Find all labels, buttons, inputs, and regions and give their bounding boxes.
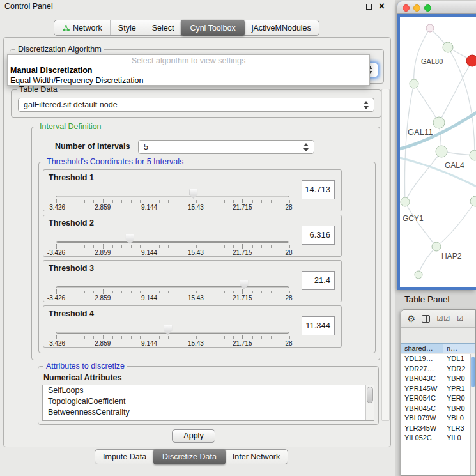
minimize-traffic-light-icon[interactable] <box>413 4 420 12</box>
close-traffic-light-icon[interactable] <box>403 4 410 12</box>
scale-label: 21.715 <box>233 249 252 256</box>
scale-label: -3.426 <box>47 249 65 256</box>
combo-value: galFiltered.sif default node <box>24 100 118 109</box>
network-node[interactable] <box>470 150 476 160</box>
node-label-gcy1: GCY1 <box>403 214 424 223</box>
num-intervals-spinner[interactable]: 5 <box>138 140 314 154</box>
table-row[interactable]: YLR345WYLR3 <box>401 424 475 434</box>
threshold-slider-2[interactable]: -3.426 2.859 9.144 15.43 21.715 28 <box>56 229 294 256</box>
cell-shared-name[interactable]: YBL079W <box>401 413 443 424</box>
node-label-gal80: GAL80 <box>421 58 443 65</box>
tab-infer-network[interactable]: Infer Network <box>225 450 288 464</box>
attributes-list[interactable]: SelfLoops TopologicalCoefficient Between… <box>42 385 374 421</box>
table-row[interactable]: YIL052CYIL0 <box>401 433 475 443</box>
network-node[interactable] <box>436 146 447 157</box>
select-checkboxes-icon[interactable]: ☑☑ <box>436 314 450 323</box>
combo-arrows-icon <box>364 101 369 109</box>
slider-scale: -3.426 2.859 9.144 15.43 21.715 28 <box>56 249 289 256</box>
table-panel-title: Table Panel <box>404 295 450 304</box>
threshold-slider-1[interactable]: -3.426 2.859 9.144 15.43 21.715 28 <box>56 184 294 211</box>
table-row[interactable]: YBR043CYBR0 <box>401 374 475 384</box>
float-window-icon[interactable] <box>366 4 372 10</box>
more-checkboxes-icon[interactable]: ☑ <box>457 314 464 323</box>
tab-label: Discretize Data <box>162 452 217 461</box>
interval-definition-group: Interval Definition Number of Intervals … <box>31 127 380 360</box>
cell-shared-name[interactable]: YIL052C <box>401 433 443 443</box>
threshold-slider-3[interactable]: -3.426 2.859 9.144 15.43 21.715 28 <box>56 275 294 302</box>
table-row[interactable]: YER054CYER0 <box>401 394 475 404</box>
cell-shared-name[interactable]: YLR345W <box>401 424 443 434</box>
network-node[interactable] <box>443 42 453 52</box>
tab-cyni-toolbox[interactable]: Cyni Toolbox <box>181 20 244 36</box>
table-row[interactable]: YDR27…YDR2 <box>401 364 475 374</box>
tab-style[interactable]: Style <box>110 20 144 35</box>
group-title: Threshold's Coordinates for 5 Intervals <box>44 157 186 166</box>
list-item[interactable]: TopologicalCoefficient <box>43 396 374 407</box>
column-header-shared-name[interactable]: shared… <box>401 344 443 353</box>
scale-label: -3.426 <box>47 204 65 211</box>
list-item[interactable]: BetweennessCentrality <box>43 407 374 418</box>
scale-label: -3.426 <box>47 295 65 302</box>
network-node[interactable] <box>433 117 445 128</box>
table-row[interactable]: YBL079WYBL0 <box>401 413 475 424</box>
network-window-titlebar[interactable] <box>397 1 476 14</box>
cell-shared-name[interactable]: YBR043C <box>401 374 443 384</box>
scale-label: 21.715 <box>233 204 252 211</box>
bottom-tabstrip: Impute Data Discretize Data Infer Networ… <box>95 449 288 464</box>
threshold-value-field[interactable]: 6.316 <box>302 226 335 245</box>
cell-shared-name[interactable]: YDL19… <box>401 354 443 364</box>
threshold-value-field[interactable]: 11.344 <box>302 316 335 335</box>
threshold-value-field[interactable]: 21.4 <box>302 271 335 290</box>
slider-track[interactable] <box>56 332 289 334</box>
network-node[interactable] <box>415 271 422 279</box>
table-data-combobox[interactable]: galFiltered.sif default node <box>18 98 374 112</box>
cell-shared-name[interactable]: YDR27… <box>401 364 443 374</box>
close-icon[interactable]: × <box>379 1 385 12</box>
tab-impute-data[interactable]: Impute Data <box>95 450 154 464</box>
threshold-value-field[interactable]: 14.713 <box>302 180 335 199</box>
columns-icon[interactable] <box>422 315 430 323</box>
threshold-slider-4[interactable]: -3.426 2.859 9.144 15.43 21.715 28 <box>56 320 294 347</box>
column-header-name[interactable]: n… <box>443 344 475 353</box>
network-node[interactable] <box>426 24 434 32</box>
network-node[interactable] <box>410 79 418 88</box>
slider-track[interactable] <box>56 241 289 243</box>
network-node[interactable] <box>470 196 476 206</box>
table-row[interactable]: YBR045CYBR0 <box>401 404 475 414</box>
gear-icon[interactable]: ⚙ <box>407 314 415 323</box>
scrollbar-thumb[interactable] <box>471 357 475 387</box>
tab-network[interactable]: Network <box>54 20 110 35</box>
panel-scrollbar[interactable] <box>381 89 390 421</box>
table-row[interactable]: YDL19…YDL1 <box>401 354 475 364</box>
zoom-traffic-light-icon[interactable] <box>424 4 431 12</box>
selected-network-node[interactable] <box>466 55 476 66</box>
scale-label: 21.715 <box>233 340 252 347</box>
list-scrollbar[interactable] <box>365 385 374 420</box>
table-scrollbar[interactable] <box>470 354 475 475</box>
slider-ticks <box>56 245 290 248</box>
slider-track[interactable] <box>56 196 289 197</box>
control-panel-titlebar[interactable]: Control Panel × <box>0 0 395 13</box>
slider-scale: -3.426 2.859 9.144 15.43 21.715 28 <box>56 340 289 347</box>
network-node[interactable] <box>432 242 441 251</box>
dropdown-option-equal-width[interactable]: Equal Width/Frequency Discretization <box>10 76 143 85</box>
threshold-panel-3: Threshold 3 -3.426 2.859 9.144 15.43 21.… <box>43 260 342 302</box>
tab-select[interactable]: Select <box>144 20 182 35</box>
cell-shared-name[interactable]: YER054C <box>401 394 443 404</box>
threshold-label: Threshold 2 <box>49 219 94 227</box>
tab-label: Cyni Toolbox <box>190 24 235 33</box>
scrollbar-thumb[interactable] <box>367 387 373 403</box>
cell-shared-name[interactable]: YPR145W <box>401 384 443 394</box>
dropdown-option-manual-discretization[interactable]: Manual Discretization <box>10 66 93 75</box>
slider-track[interactable] <box>56 286 289 288</box>
scale-label: 15.43 <box>188 249 204 256</box>
algorithm-dropdown-popup: Select algorithm to view settings Manual… <box>7 54 370 86</box>
tab-jactivemnodules[interactable]: jActiveMNodules <box>244 20 319 35</box>
apply-button[interactable]: Apply <box>172 429 215 443</box>
tab-discretize-data[interactable]: Discretize Data <box>153 449 226 464</box>
network-canvas[interactable]: GAL80 GAL11 GAL4 GCY1 HAP2 <box>400 17 476 287</box>
network-node[interactable] <box>401 197 410 206</box>
cell-shared-name[interactable]: YBR045C <box>401 404 443 414</box>
list-item[interactable]: SelfLoops <box>43 385 374 396</box>
table-row[interactable]: YPR145WYPR1 <box>401 384 475 394</box>
